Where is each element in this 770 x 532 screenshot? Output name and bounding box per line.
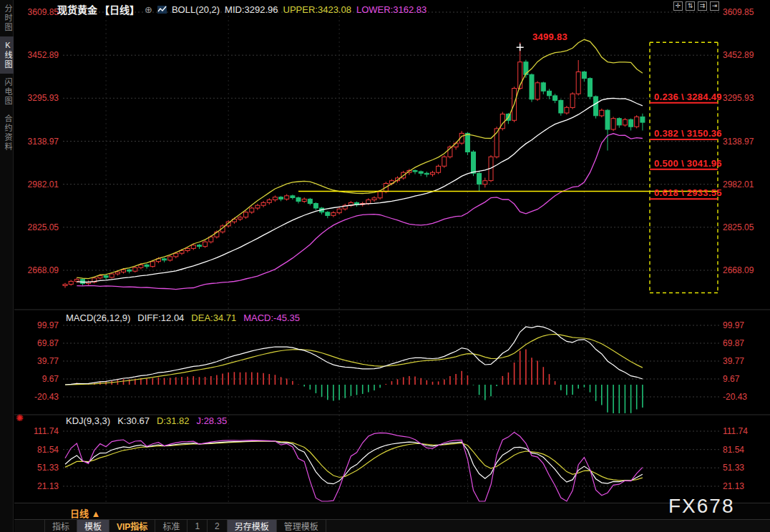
sidebar-item-active[interactable]: K线图	[0, 36, 14, 74]
chart-type-sidebar: 分时图K线图闪电图合约资料	[0, 0, 14, 532]
bottom-tab[interactable]: 管理模板	[277, 520, 326, 532]
macd-dea-value: DEA:34.71	[191, 312, 236, 323]
add-indicator-icon[interactable]: ⊕	[145, 4, 152, 15]
bottom-tab[interactable]: 另存模板	[228, 520, 277, 532]
symbol-title: 现货黄金	[57, 2, 97, 16]
chart-header: 现货黄金 【日线】 ⊕ BOLL(20,2) MID:3292.96 UPPER…	[57, 2, 427, 16]
x-axis-row: 日线 ▲	[14, 503, 770, 519]
macd-macd-value: MACD:-45.35	[243, 312, 300, 323]
chart-application: 3609.853609.853452.893452.893295.933295.…	[0, 0, 770, 532]
sidebar-item-tab[interactable]: 合约资料	[0, 110, 14, 156]
axis-zoom-horizontal-icon[interactable]: ⇉	[698, 1, 707, 11]
bottom-tab[interactable]: 模板	[77, 520, 109, 532]
kdj-j-value: J:28.35	[197, 415, 228, 426]
sidebar-item-tab[interactable]: 分时图	[0, 0, 14, 36]
macd-panel-header: MACD(26,12,9) DIFF:12.04 DEA:34.71 MACD:…	[66, 312, 300, 323]
kdj-title: KDJ(9,3,3)	[66, 415, 110, 426]
boll-param-label: BOLL(20,2)	[172, 4, 220, 15]
boll-lower-value: LOWER:3162.83	[356, 4, 427, 15]
axis-zoom-vertical-icon[interactable]: ⇅	[686, 1, 695, 11]
kdj-panel-header: KDJ(9,3,3) K:30.67 D:31.82 J:28.35	[66, 415, 227, 426]
macd-diff-value: DIFF:12.04	[137, 312, 184, 323]
bottom-toolbar: 指标模板VIP指标标准12另存模板管理模板	[14, 519, 770, 532]
kdj-d-value: D:31.82	[157, 415, 190, 426]
exit-panel-icon[interactable]: ⇥	[710, 1, 719, 11]
boll-mid-value: MID:3292.96	[225, 4, 278, 15]
chart-toolbar: ✛⇅⇉⇥	[673, 1, 719, 11]
mini-chart-icon	[157, 5, 167, 14]
boll-upper-value: UPPER:3423.08	[283, 4, 351, 15]
bottom-tab[interactable]: VIP指标	[109, 520, 155, 532]
period-title: 【日线】	[99, 2, 140, 16]
bottom-tab[interactable]: 1	[187, 520, 208, 532]
period-selector-button[interactable]: 日线 ▲	[70, 506, 100, 520]
pan-crosshair-icon[interactable]: ✛	[673, 1, 683, 11]
bottom-tab[interactable]: 指标	[44, 520, 77, 532]
chart-canvas	[0, 0, 770, 532]
sidebar-item-tab[interactable]: 闪电图	[0, 74, 14, 110]
bottom-tab[interactable]: 2	[208, 520, 228, 532]
watermark: FX678	[668, 495, 735, 518]
alert-settings-icon[interactable]: ✺	[16, 413, 24, 423]
kdj-k-value: K:30.67	[117, 415, 150, 426]
macd-title: MACD(26,12,9)	[66, 312, 130, 323]
bottom-tab[interactable]: 标准	[155, 520, 187, 532]
